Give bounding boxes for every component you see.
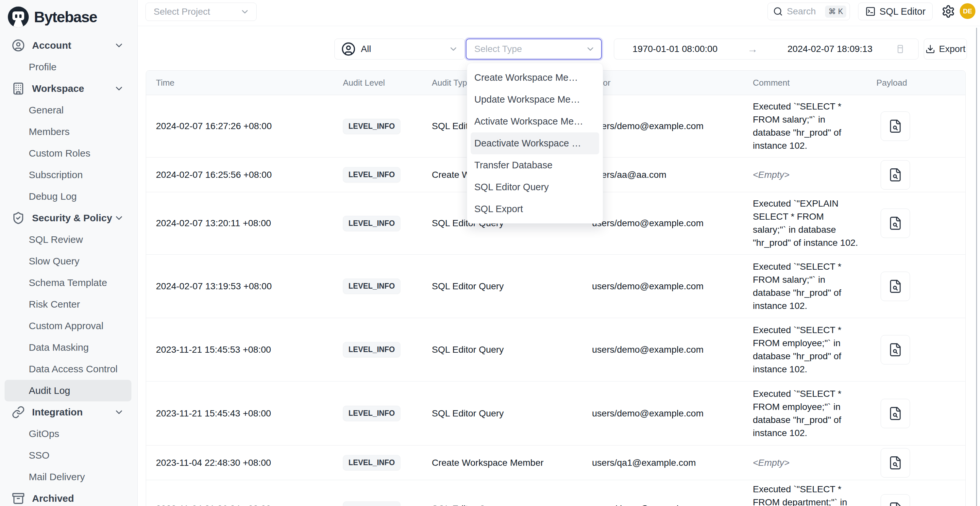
sidebar-item-audit-log[interactable]: Audit Log (5, 380, 131, 401)
file-search-icon (888, 406, 902, 421)
user-avatar[interactable]: DE (960, 3, 975, 19)
sidebar-item-members[interactable]: Members (0, 121, 137, 143)
payload-view-button[interactable] (881, 160, 910, 189)
comment-text: Executed `"SELECT * FROM salary;"` in da… (753, 260, 859, 312)
audit-time: 2024-02-07 16:27:26 +08:00 (146, 121, 337, 131)
payload-view-button[interactable] (881, 111, 910, 141)
type-menu-item-create-workspace-me[interactable]: Create Workspace Me… (467, 67, 603, 89)
sidebar-item-debug-log[interactable]: Debug Log (0, 186, 137, 207)
type-filter-select[interactable]: Select Type (466, 38, 602, 59)
archive-icon (12, 492, 25, 505)
sql-editor-label: SQL Editor (880, 6, 926, 17)
sidebar-item-risk-center[interactable]: Risk Center (0, 294, 137, 315)
sidebar: Bytebase AccountProfileWorkspaceGeneralM… (0, 0, 138, 506)
file-search-icon (888, 119, 902, 134)
audit-level-cell: LEVEL_INFO (337, 278, 428, 294)
level-badge: LEVEL_INFO (343, 501, 401, 506)
logo[interactable]: Bytebase (0, 0, 137, 29)
actor-filter-select[interactable]: All (334, 38, 465, 59)
audit-actor: users/demo@example.com (589, 504, 749, 506)
sidebar-item-custom-roles[interactable]: Custom Roles (0, 143, 137, 164)
payload-view-button[interactable] (881, 272, 910, 301)
payload-view-button[interactable] (881, 399, 910, 428)
file-search-icon (888, 342, 902, 357)
sidebar-item-mail-delivery[interactable]: Mail Delivery (0, 466, 137, 488)
export-button[interactable]: Export (924, 38, 967, 59)
payload-view-button[interactable] (881, 335, 910, 364)
sidebar-item-schema-template[interactable]: Schema Template (0, 272, 137, 294)
search-input[interactable]: Search ⌘ K (767, 3, 850, 20)
file-search-icon (888, 502, 902, 506)
file-search-icon (888, 216, 902, 231)
sidebar-item-slow-query[interactable]: Slow Query (0, 250, 137, 272)
audit-level-cell: LEVEL_INFO (337, 167, 428, 182)
column-header-payload: Payload (870, 78, 966, 88)
sidebar-group-workspace[interactable]: Workspace (0, 78, 137, 99)
chevron-down-icon (449, 44, 458, 54)
sidebar-item-profile[interactable]: Profile (0, 56, 137, 78)
audit-payload-cell (870, 494, 966, 506)
settings-gear-icon[interactable] (942, 5, 955, 18)
user-circle-icon (341, 42, 356, 56)
date-range-picker[interactable]: 1970-01-01 08:00:00 → 2024-02-07 18:09:1… (614, 38, 918, 59)
page-scrollbar[interactable] (976, 28, 977, 506)
type-menu-item-update-workspace-me[interactable]: Update Workspace Me… (467, 89, 603, 110)
file-search-icon (888, 168, 902, 182)
sidebar-item-custom-approval[interactable]: Custom Approval (0, 315, 137, 337)
audit-actor: users/qa1@example.com (589, 458, 749, 468)
sidebar-item-general[interactable]: General (0, 99, 137, 121)
project-select[interactable]: Select Project (145, 3, 257, 21)
search-icon (773, 6, 783, 16)
download-icon (926, 44, 935, 54)
audit-time: 2023-11-04 21:26:34 +08:00 (146, 504, 337, 506)
table-row: 2023-11-21 15:45:53 +08:00LEVEL_INFOSQL … (146, 318, 965, 382)
comment-text: <Empty> (753, 456, 859, 469)
export-label: Export (939, 44, 966, 54)
sidebar-group-integration[interactable]: Integration (0, 401, 137, 423)
sidebar-group-label: Archived (32, 493, 74, 504)
audit-payload-cell (870, 399, 966, 428)
sidebar-group-account[interactable]: Account (0, 35, 137, 56)
sidebar-group-security-policy[interactable]: Security & Policy (0, 207, 137, 229)
audit-comment: Executed `"SELECT * FROM employee;"` in … (749, 387, 870, 440)
type-menu-item-transfer-database[interactable]: Transfer Database (467, 154, 603, 176)
level-badge: LEVEL_INFO (343, 278, 401, 294)
type-menu-item-sql-export[interactable]: SQL Export (467, 198, 603, 220)
sidebar-item-subscription[interactable]: Subscription (0, 164, 137, 186)
type-menu-item-sql-editor-query[interactable]: SQL Editor Query (467, 176, 603, 198)
payload-view-button[interactable] (881, 494, 910, 506)
sidebar-item-data-masking[interactable]: Data Masking (0, 337, 137, 358)
audit-time: 2023-11-04 22:48:30 +08:00 (146, 458, 337, 468)
file-search-icon (888, 456, 902, 470)
chevron-down-icon (114, 213, 124, 223)
audit-comment: Executed `"SELECT * FROM salary;"` in da… (749, 100, 870, 152)
type-menu-item-deactivate-workspace[interactable]: Deactivate Workspace … (471, 132, 599, 154)
payload-view-button[interactable] (881, 448, 910, 477)
type-menu-item-activate-workspace-me[interactable]: Activate Workspace Me… (467, 110, 603, 132)
sidebar-item-sql-review[interactable]: SQL Review (0, 229, 137, 250)
level-badge: LEVEL_INFO (343, 406, 401, 421)
column-header-audit-level: Audit Level (337, 78, 428, 88)
sidebar-item-data-access-control[interactable]: Data Access Control (0, 358, 137, 380)
audit-time: 2023-11-21 15:45:53 +08:00 (146, 345, 337, 355)
audit-type: SQL Editor Query (428, 504, 589, 506)
type-filter-placeholder: Select Type (474, 44, 585, 54)
comment-text: Executed `"EXPLAIN SELECT * FROM salary;… (753, 197, 859, 250)
sql-editor-button[interactable]: SQL Editor (858, 3, 932, 20)
audit-comment: <Empty> (749, 168, 870, 181)
chevron-down-icon (240, 7, 250, 17)
sidebar-group-archived[interactable]: Archived (0, 488, 137, 506)
payload-view-button[interactable] (881, 208, 910, 238)
audit-level-cell: LEVEL_INFO (337, 119, 428, 134)
audit-actor: users/demo@example.com (589, 218, 749, 229)
audit-actor: users/demo@example.com (589, 345, 749, 355)
search-placeholder: Search (787, 6, 825, 17)
sidebar-group-label: Integration (32, 407, 83, 418)
audit-level-cell: LEVEL_INFO (337, 342, 428, 357)
audit-actor: users/aa@aa.com (589, 170, 749, 180)
audit-time: 2023-11-21 15:45:43 +08:00 (146, 408, 337, 419)
level-badge: LEVEL_INFO (343, 455, 401, 470)
sidebar-item-gitops[interactable]: GitOps (0, 423, 137, 444)
audit-time: 2024-02-07 13:20:11 +08:00 (146, 218, 337, 229)
sidebar-item-sso[interactable]: SSO (0, 444, 137, 466)
